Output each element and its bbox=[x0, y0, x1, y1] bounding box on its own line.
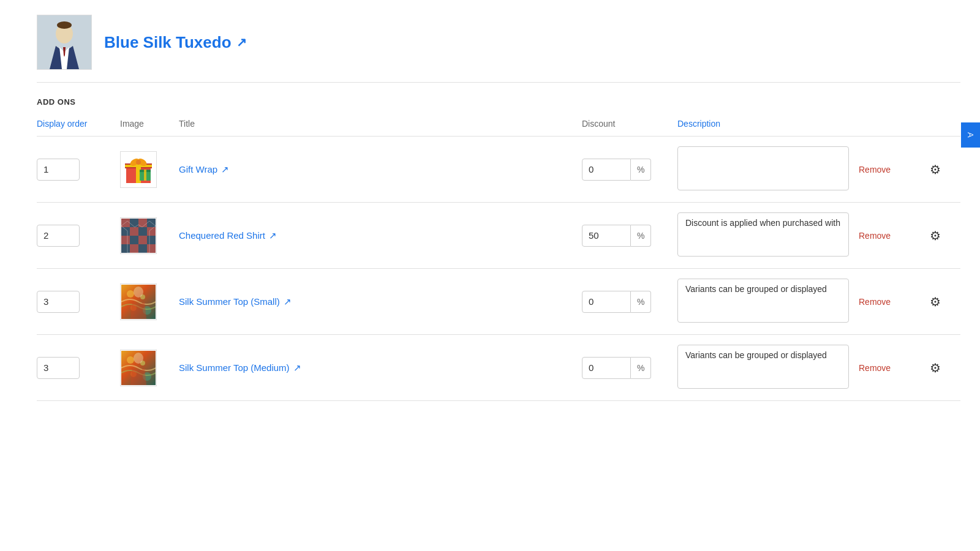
gear-button-3[interactable]: ⚙ bbox=[930, 294, 941, 309]
description-cell-2: Discount is applied when purchased with bbox=[677, 212, 849, 258]
order-cell-4 bbox=[37, 357, 110, 379]
percent-label-3: % bbox=[631, 291, 651, 313]
description-cell-1 bbox=[677, 146, 849, 192]
order-input-2[interactable] bbox=[37, 225, 80, 247]
svg-rect-23 bbox=[121, 227, 130, 236]
product-header: Blue Silk Tuxedo ↗ bbox=[0, 0, 980, 82]
external-link-icon-1: ↗ bbox=[221, 164, 229, 175]
col-header-image: Image bbox=[120, 119, 169, 129]
item-title-4: Silk Summer Top (Medium) bbox=[179, 362, 290, 373]
remove-button-4[interactable]: Remove bbox=[859, 363, 891, 373]
item-title-2: Chequered Red Shirt bbox=[179, 230, 265, 241]
discount-input-1[interactable] bbox=[582, 159, 631, 181]
description-cell-3: Variants can be grouped or displayed bbox=[677, 279, 849, 324]
external-link-icon: ↗ bbox=[236, 35, 247, 50]
svg-rect-31 bbox=[121, 244, 130, 253]
discount-input-3[interactable] bbox=[582, 291, 631, 313]
svg-rect-29 bbox=[138, 236, 147, 244]
svg-point-41 bbox=[134, 287, 143, 298]
right-edge-button[interactable]: A bbox=[961, 122, 980, 148]
svg-rect-33 bbox=[138, 244, 147, 253]
product-title-link[interactable]: Blue Silk Tuxedo ↗ bbox=[104, 33, 247, 52]
svg-rect-32 bbox=[130, 244, 138, 253]
discount-cell-1: % bbox=[582, 159, 668, 181]
svg-rect-27 bbox=[121, 236, 130, 244]
discount-cell-3: % bbox=[582, 291, 668, 313]
external-link-icon-3: ↗ bbox=[284, 296, 292, 307]
order-cell-1 bbox=[37, 159, 110, 181]
external-link-icon-4: ↗ bbox=[293, 362, 301, 373]
svg-point-48 bbox=[134, 353, 143, 364]
remove-button-1[interactable]: Remove bbox=[859, 165, 891, 174]
external-link-icon-2: ↗ bbox=[269, 230, 277, 241]
svg-rect-34 bbox=[147, 244, 156, 253]
description-textarea-1[interactable] bbox=[677, 146, 849, 190]
svg-rect-26 bbox=[147, 227, 156, 236]
table-header: Display order Image Title Discount Descr… bbox=[37, 119, 960, 137]
discount-cell-4: % bbox=[582, 357, 668, 379]
section-title: ADD ONS bbox=[37, 97, 960, 107]
item-image-2 bbox=[120, 217, 157, 254]
description-textarea-2[interactable]: Discount is applied when purchased with bbox=[677, 212, 849, 257]
item-title-link-1[interactable]: Gift Wrap ↗ bbox=[179, 164, 572, 175]
svg-point-13 bbox=[136, 160, 141, 165]
svg-point-4 bbox=[57, 21, 72, 29]
svg-point-44 bbox=[127, 356, 134, 364]
remove-cell-3: Remove bbox=[859, 296, 920, 307]
item-title-link-3[interactable]: Silk Summer Top (Small) ↗ bbox=[179, 296, 572, 307]
svg-rect-24 bbox=[130, 227, 138, 236]
item-title-link-4[interactable]: Silk Summer Top (Medium) ↗ bbox=[179, 362, 572, 373]
order-cell-2 bbox=[37, 225, 110, 247]
product-title: Blue Silk Tuxedo bbox=[104, 33, 232, 52]
item-title-1: Gift Wrap bbox=[179, 164, 217, 174]
item-image-3 bbox=[120, 283, 157, 320]
order-cell-3 bbox=[37, 291, 110, 313]
col-header-discount: Discount bbox=[582, 119, 668, 129]
remove-button-2[interactable]: Remove bbox=[859, 231, 891, 241]
discount-input-2[interactable] bbox=[582, 225, 631, 247]
table-row: Chequered Red Shirt ↗ % Discount is appl… bbox=[37, 203, 960, 269]
gear-button-1[interactable]: ⚙ bbox=[930, 162, 941, 177]
gear-cell-1: ⚙ bbox=[930, 162, 960, 177]
percent-label-1: % bbox=[631, 159, 651, 181]
col-header-display-order[interactable]: Display order bbox=[37, 119, 110, 129]
description-textarea-4[interactable]: Variants can be grouped or displayed bbox=[677, 345, 849, 389]
discount-input-4[interactable] bbox=[582, 357, 631, 379]
item-title-link-2[interactable]: Chequered Red Shirt ↗ bbox=[179, 230, 572, 241]
gear-button-4[interactable]: ⚙ bbox=[930, 361, 941, 375]
table-row: Gift Wrap ↗ % Remove ⚙ bbox=[37, 137, 960, 203]
gear-cell-2: ⚙ bbox=[930, 228, 960, 243]
item-image-4 bbox=[120, 350, 157, 386]
title-cell-4: Silk Summer Top (Medium) ↗ bbox=[179, 362, 572, 373]
remove-cell-4: Remove bbox=[859, 362, 920, 373]
title-cell-2: Chequered Red Shirt ↗ bbox=[179, 230, 572, 241]
description-cell-4: Variants can be grouped or displayed bbox=[677, 345, 849, 391]
svg-point-37 bbox=[127, 290, 134, 298]
col-header-description[interactable]: Description bbox=[677, 119, 849, 129]
svg-rect-10 bbox=[125, 165, 152, 167]
item-image-1 bbox=[120, 151, 157, 188]
col-header-title: Title bbox=[179, 119, 572, 129]
gear-cell-3: ⚙ bbox=[930, 294, 960, 309]
title-cell-3: Silk Summer Top (Small) ↗ bbox=[179, 296, 572, 307]
item-title-3: Silk Summer Top (Small) bbox=[179, 296, 280, 307]
table-row: Silk Summer Top (Small) ↗ % Variants can… bbox=[37, 269, 960, 335]
table-row: Silk Summer Top (Medium) ↗ % Variants ca… bbox=[37, 335, 960, 401]
description-textarea-3[interactable]: Variants can be grouped or displayed bbox=[677, 279, 849, 323]
svg-rect-28 bbox=[130, 236, 138, 244]
title-cell-1: Gift Wrap ↗ bbox=[179, 164, 572, 175]
add-ons-section: ADD ONS Display order Image Title Discou… bbox=[0, 83, 980, 401]
percent-label-4: % bbox=[631, 357, 651, 379]
order-input-3[interactable] bbox=[37, 291, 80, 313]
discount-cell-2: % bbox=[582, 225, 668, 247]
remove-button-3[interactable]: Remove bbox=[859, 297, 891, 307]
svg-rect-30 bbox=[147, 236, 156, 244]
percent-label-2: % bbox=[631, 225, 651, 247]
svg-rect-16 bbox=[144, 170, 146, 181]
order-input-4[interactable] bbox=[37, 357, 80, 379]
gear-button-2[interactable]: ⚙ bbox=[930, 228, 941, 243]
svg-rect-25 bbox=[138, 227, 147, 236]
remove-cell-1: Remove bbox=[859, 164, 920, 174]
remove-cell-2: Remove bbox=[859, 230, 920, 241]
order-input-1[interactable] bbox=[37, 159, 80, 181]
